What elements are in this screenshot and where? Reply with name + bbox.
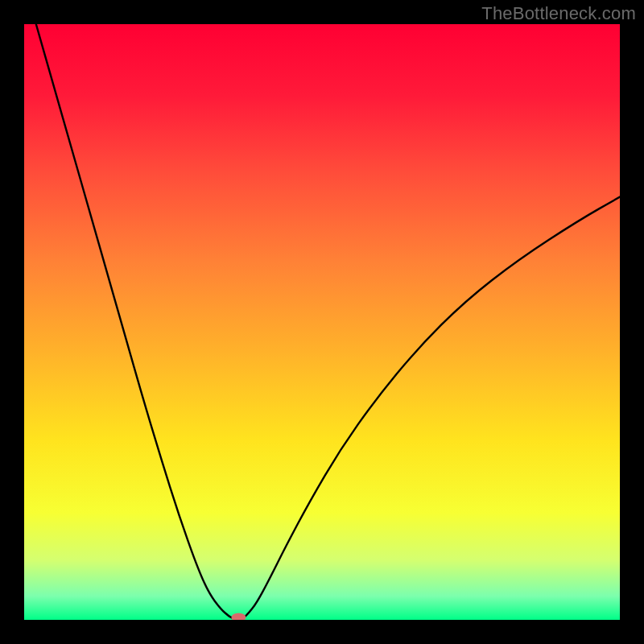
gradient-background (24, 24, 620, 620)
watermark-text: TheBottleneck.com (481, 3, 636, 24)
plot-area (24, 24, 620, 620)
chart-frame: TheBottleneck.com (0, 0, 644, 644)
chart-svg (24, 24, 620, 620)
